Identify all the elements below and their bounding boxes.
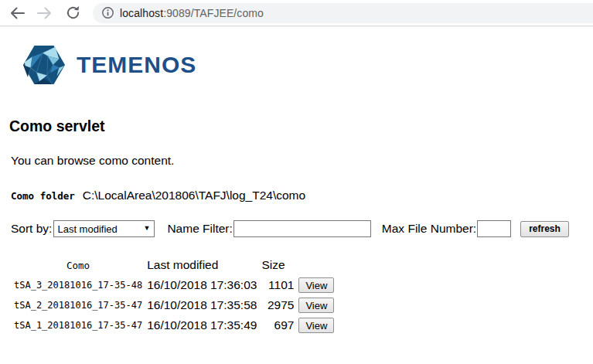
column-header-como: Como — [12, 256, 144, 274]
temenos-logo: TEMENOS — [22, 43, 593, 87]
size-value: 697 — [260, 316, 295, 335]
page-title: Como servlet — [9, 117, 593, 134]
como-file-name: tSA_1_20181016_17-35-47 — [12, 316, 144, 335]
sort-by-label: Sort by: — [11, 222, 52, 236]
como-folder-label: Como folder — [11, 189, 75, 203]
table-row: tSA_1_20181016_17-35-47 16/10/2018 17:35… — [12, 316, 336, 335]
table-row: tSA_3_20181016_17-35-48 16/10/2018 17:36… — [12, 276, 336, 294]
temenos-wordmark: TEMENOS — [77, 53, 196, 77]
table-header-row: Como Last modified Size — [12, 256, 336, 274]
como-folder-path: C:\LocalArea\201806\TAFJ\log_T24\como — [83, 188, 305, 202]
last-modified-value: 16/10/2018 17:35:49 — [145, 316, 258, 335]
url-host: localhost — [120, 7, 163, 19]
url-text[interactable]: localhost:9089/TAFJEE/como — [120, 7, 264, 19]
last-modified-value: 16/10/2018 17:35:58 — [145, 296, 258, 315]
refresh-button[interactable]: refresh — [520, 221, 569, 237]
browser-window: { "browser": { "url_host": "localhost", … — [0, 0, 593, 364]
table-row: tSA_2_20181016_17-35-47 16/10/2018 17:35… — [12, 296, 336, 315]
last-modified-value: 16/10/2018 17:36:03 — [145, 276, 258, 294]
url-path: :9089/TAFJEE/como — [163, 7, 264, 19]
info-icon[interactable] — [101, 6, 114, 20]
column-header-size: Size — [260, 256, 295, 274]
name-filter-label: Name Filter: — [167, 222, 232, 236]
back-icon[interactable] — [8, 4, 26, 22]
view-button[interactable]: View — [298, 277, 334, 293]
name-filter-input[interactable] — [233, 220, 371, 237]
como-file-name: tSA_2_20181016_17-35-47 — [12, 296, 144, 315]
como-table: Como Last modified Size tSA_3_20181016_1… — [11, 254, 337, 336]
max-file-number-label: Max File Number: — [382, 222, 476, 236]
view-button[interactable]: View — [298, 298, 334, 313]
como-folder-line: Como folder C:\LocalArea\201806\TAFJ\log… — [11, 188, 593, 203]
column-header-last-modified: Last modified — [145, 256, 258, 274]
address-bar[interactable]: localhost:9089/TAFJEE/como — [93, 3, 593, 23]
forward-icon[interactable] — [36, 4, 54, 22]
size-value: 1101 — [260, 276, 295, 294]
temenos-hexagon-globe-icon — [22, 43, 66, 87]
max-file-number-input[interactable] — [477, 220, 511, 237]
table-body: tSA_3_20181016_17-35-48 16/10/2018 17:36… — [12, 276, 336, 335]
filter-toolbar: Sort by: Last modified ▼ Name Filter: Ma… — [11, 220, 593, 237]
view-button[interactable]: View — [298, 318, 334, 333]
como-file-name: tSA_3_20181016_17-35-48 — [12, 276, 144, 294]
browser-toolbar: localhost:9089/TAFJEE/como — [0, 0, 593, 26]
page-subtitle: You can browse como content. — [11, 153, 593, 168]
sort-select[interactable]: Last modified — [53, 220, 155, 237]
reload-icon[interactable] — [63, 4, 82, 22]
size-value: 2975 — [260, 296, 295, 315]
sort-select-wrap: Last modified ▼ — [53, 220, 155, 237]
column-header-actions — [297, 256, 336, 274]
